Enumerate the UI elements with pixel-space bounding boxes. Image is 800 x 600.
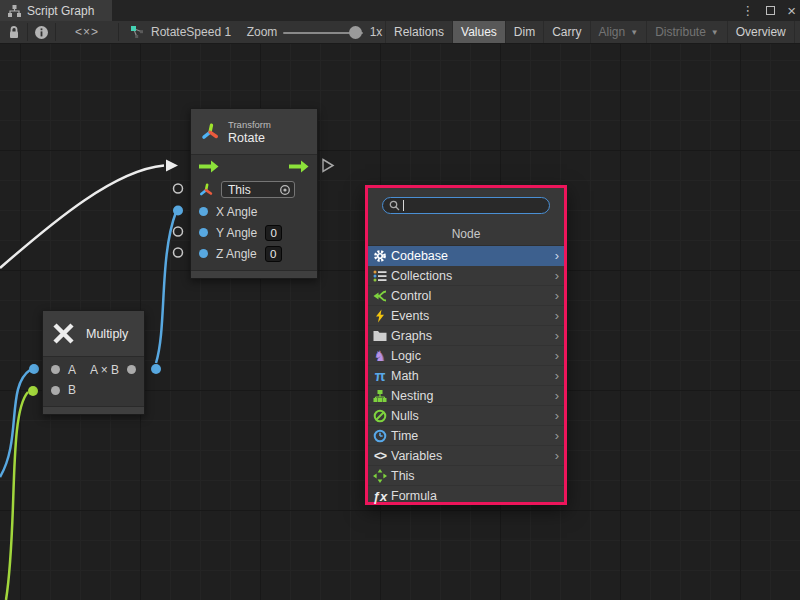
finder-item-graphs[interactable]: Graphs › bbox=[368, 326, 564, 346]
port-row-y-angle[interactable]: Y Angle 0 bbox=[191, 222, 317, 243]
chevron-right-icon: › bbox=[555, 349, 559, 362]
node-header[interactable]: Multiply bbox=[43, 311, 144, 357]
collections-icon bbox=[372, 268, 388, 283]
x-angle-port[interactable] bbox=[173, 206, 183, 216]
node-finder-popup: Node Codebase › Collections › bbox=[365, 185, 567, 505]
overview-button[interactable]: Overview bbox=[727, 21, 794, 43]
relations-button[interactable]: Relations bbox=[385, 21, 452, 43]
this-object-field[interactable]: This bbox=[221, 181, 295, 198]
port-label: A bbox=[68, 363, 76, 377]
this-icon bbox=[372, 468, 388, 483]
control-output-triangle[interactable] bbox=[323, 160, 333, 172]
control-input-arrow[interactable] bbox=[166, 160, 178, 172]
finder-item-collections[interactable]: Collections › bbox=[368, 266, 564, 286]
z-angle-port[interactable] bbox=[174, 248, 183, 257]
output-dot[interactable] bbox=[127, 365, 136, 374]
control-input-arrow-icon[interactable] bbox=[199, 160, 219, 173]
input-dot[interactable] bbox=[51, 365, 60, 374]
control-output-arrow-icon[interactable] bbox=[289, 160, 309, 173]
close-icon[interactable]: × bbox=[787, 3, 796, 18]
search-input[interactable] bbox=[382, 197, 550, 214]
node-category: Transform bbox=[228, 119, 271, 131]
finder-item-formula[interactable]: ƒx Formula bbox=[368, 486, 564, 506]
nesting-icon bbox=[372, 388, 388, 403]
finder-item-control[interactable]: Control › bbox=[368, 286, 564, 306]
input-dot[interactable] bbox=[199, 249, 208, 258]
control-icon bbox=[372, 288, 388, 303]
input-dot[interactable] bbox=[199, 207, 208, 216]
chevron-right-icon: › bbox=[555, 249, 559, 262]
port-row-z-angle[interactable]: Z Angle 0 bbox=[191, 243, 317, 264]
port-row-b[interactable]: B bbox=[43, 379, 144, 401]
this-port[interactable] bbox=[174, 184, 183, 193]
value-wire-b[interactable] bbox=[6, 392, 28, 600]
graph-canvas[interactable]: Transform Rotate This bbox=[0, 44, 800, 600]
knight-icon: ♞ bbox=[372, 348, 388, 363]
port-row-x-angle[interactable]: X Angle bbox=[191, 201, 317, 222]
maximize-icon[interactable] bbox=[766, 6, 775, 15]
tab-script-graph[interactable]: Script Graph bbox=[0, 0, 112, 21]
null-icon bbox=[372, 408, 388, 423]
values-button[interactable]: Values bbox=[452, 21, 505, 43]
clock-icon bbox=[372, 428, 388, 443]
control-wire[interactable] bbox=[0, 166, 164, 269]
full-screen-button[interactable]: Full Screen bbox=[794, 21, 800, 43]
distribute-dropdown[interactable]: Distribute ▼ bbox=[646, 21, 727, 43]
formula-icon: ƒx bbox=[372, 489, 388, 504]
multiply-output-port[interactable] bbox=[151, 364, 161, 374]
graph-hierarchy-icon bbox=[8, 5, 21, 17]
finder-item-nulls[interactable]: Nulls › bbox=[368, 406, 564, 426]
chevron-right-icon: › bbox=[555, 289, 559, 302]
zoom-value: 1x bbox=[366, 21, 386, 43]
object-picker-icon[interactable] bbox=[279, 184, 291, 196]
y-angle-value-field[interactable]: 0 bbox=[265, 225, 282, 241]
finder-header: Node bbox=[368, 222, 564, 246]
finder-item-time[interactable]: Time › bbox=[368, 426, 564, 446]
port-row-a[interactable]: A A × B bbox=[43, 357, 144, 379]
node-header[interactable]: Transform Rotate bbox=[191, 109, 317, 155]
toolbar: <×> RotateSpeed 1 Zoom 1x Relations Valu… bbox=[0, 21, 800, 44]
finder-item-math[interactable]: π Math › bbox=[368, 366, 564, 386]
port-label: Z Angle bbox=[216, 247, 257, 261]
code-view-button[interactable]: <×> bbox=[56, 21, 118, 43]
transform-icon bbox=[201, 123, 219, 141]
port-label: B bbox=[68, 383, 76, 397]
port-label: X Angle bbox=[216, 205, 257, 219]
multiply-a-port[interactable] bbox=[29, 364, 39, 374]
input-dot[interactable] bbox=[199, 228, 208, 237]
z-angle-value-field[interactable]: 0 bbox=[265, 246, 282, 262]
dim-button[interactable]: Dim bbox=[505, 21, 543, 43]
finder-item-variables[interactable]: <> Variables › bbox=[368, 446, 564, 466]
node-multiply[interactable]: Multiply A A × B B bbox=[42, 310, 145, 415]
this-row: This bbox=[191, 178, 317, 201]
multiply-b-port[interactable] bbox=[28, 386, 38, 396]
info-button[interactable] bbox=[28, 21, 55, 43]
finder-item-logic[interactable]: ♞ Logic › bbox=[368, 346, 564, 366]
input-dot[interactable] bbox=[51, 386, 60, 395]
this-field-value: This bbox=[228, 183, 251, 197]
window-menu-icon[interactable]: ⋮ bbox=[741, 4, 754, 17]
tab-title: Script Graph bbox=[27, 4, 94, 18]
y-angle-port[interactable] bbox=[174, 227, 183, 236]
node-transform-rotate[interactable]: Transform Rotate This bbox=[190, 108, 318, 279]
finder-item-this[interactable]: This bbox=[368, 466, 564, 486]
search-area bbox=[368, 188, 564, 222]
lightning-icon bbox=[372, 308, 388, 323]
zoom-slider-handle[interactable] bbox=[349, 26, 362, 39]
lock-button[interactable] bbox=[0, 21, 27, 43]
brackets-icon: <> bbox=[372, 448, 388, 463]
carry-button[interactable]: Carry bbox=[543, 21, 589, 43]
lock-icon bbox=[6, 24, 22, 40]
finder-item-events[interactable]: Events › bbox=[368, 306, 564, 326]
multiply-icon bbox=[51, 321, 76, 346]
control-row bbox=[191, 155, 317, 178]
finder-item-codebase[interactable]: Codebase › bbox=[368, 246, 564, 266]
chevron-right-icon: › bbox=[555, 309, 559, 322]
gear-icon bbox=[372, 248, 388, 263]
chevron-right-icon: › bbox=[555, 429, 559, 442]
finder-item-nesting[interactable]: Nesting › bbox=[368, 386, 564, 406]
align-dropdown[interactable]: Align ▼ bbox=[590, 21, 647, 43]
text-caret bbox=[403, 200, 404, 211]
graph-reference-chip[interactable]: RotateSpeed 1 bbox=[130, 21, 240, 43]
value-wire-xangle[interactable] bbox=[156, 212, 176, 363]
